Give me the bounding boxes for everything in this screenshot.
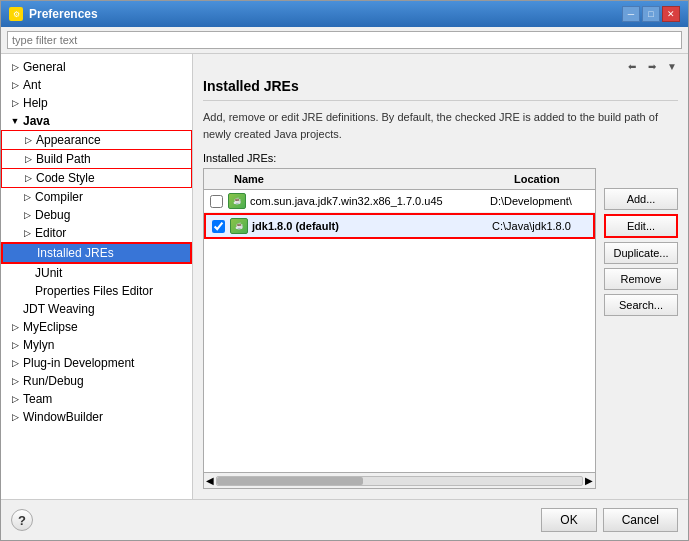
help-button[interactable]: ?	[11, 509, 33, 531]
add-button[interactable]: Add...	[604, 188, 678, 210]
duplicate-button[interactable]: Duplicate...	[604, 242, 678, 264]
back-icon[interactable]: ⬅	[624, 58, 640, 74]
jre-table-body: ☕ com.sun.java.jdk7.win32.x86_1.7.0.u45 …	[204, 190, 595, 472]
sidebar-label-editor: Editor	[35, 226, 66, 240]
bottom-bar: ? OK Cancel	[1, 499, 688, 540]
arrow-jdt-weaving	[9, 303, 21, 315]
menu-icon[interactable]: ▼	[664, 58, 680, 74]
sidebar-item-java[interactable]: ▼ Java	[1, 112, 192, 130]
forward-icon[interactable]: ➡	[644, 58, 660, 74]
col-header-name: Name	[228, 172, 508, 186]
sidebar-label-build-path: Build Path	[36, 152, 91, 166]
jre-location-1: D:\Development\	[490, 195, 595, 207]
sidebar-label-run-debug: Run/Debug	[23, 374, 84, 388]
scroll-right-icon[interactable]: ▶	[585, 475, 593, 486]
sidebar-item-editor[interactable]: ▷ Editor	[1, 224, 192, 242]
jre-location-2: C:\Java\jdk1.8.0	[492, 220, 593, 232]
jre-table-header: Name Location	[204, 169, 595, 190]
nav-area: ⬅ ➡ ▼	[193, 54, 688, 78]
arrow-appearance: ▷	[22, 134, 34, 146]
sidebar-item-windowbuilder[interactable]: ▷ WindowBuilder	[1, 408, 192, 426]
arrow-help: ▷	[9, 97, 21, 109]
arrow-editor: ▷	[21, 227, 33, 239]
arrow-run-debug: ▷	[9, 375, 21, 387]
scrollbar-thumb[interactable]	[217, 477, 363, 485]
jre-name-2: jdk1.8.0 (default)	[252, 220, 492, 232]
sidebar-item-help[interactable]: ▷ Help	[1, 94, 192, 112]
content-title: Installed JREs	[203, 78, 678, 101]
filter-area	[1, 27, 688, 54]
filter-input[interactable]	[7, 31, 682, 49]
main-area: ▷ General ▷ Ant ▷ Help ▼ Java ▷ Appearan…	[1, 54, 688, 499]
sidebar-item-prop-files[interactable]: Properties Files Editor	[1, 282, 192, 300]
arrow-java: ▼	[9, 115, 21, 127]
sidebar-item-run-debug[interactable]: ▷ Run/Debug	[1, 372, 192, 390]
arrow-general: ▷	[9, 61, 21, 73]
sidebar-label-java: Java	[23, 114, 50, 128]
jre-table-row-area: Name Location ☕ com.sun.java.jdk7.win32.…	[203, 168, 678, 489]
sidebar-item-installed-jres[interactable]: Installed JREs	[1, 242, 192, 264]
arrow-myeclipse: ▷	[9, 321, 21, 333]
sidebar-item-general[interactable]: ▷ General	[1, 58, 192, 76]
arrow-windowbuilder: ▷	[9, 411, 21, 423]
sidebar-label-plugin-dev: Plug-in Development	[23, 356, 134, 370]
sidebar-item-build-path[interactable]: ▷ Build Path	[1, 150, 192, 169]
jre-name-1: com.sun.java.jdk7.win32.x86_1.7.0.u45	[250, 195, 490, 207]
sidebar-label-general: General	[23, 60, 66, 74]
sidebar-label-jdt-weaving: JDT Weaving	[23, 302, 95, 316]
title-bar: ⚙ Preferences ─ □ ✕	[1, 1, 688, 27]
title-bar-left: ⚙ Preferences	[9, 7, 98, 21]
maximize-button[interactable]: □	[642, 6, 660, 22]
arrow-junit	[21, 267, 33, 279]
sidebar-label-myeclipse: MyEclipse	[23, 320, 78, 334]
cancel-button[interactable]: Cancel	[603, 508, 678, 532]
action-buttons: Add... Edit... Duplicate... Remove Searc…	[604, 168, 678, 489]
sidebar-label-compiler: Compiler	[35, 190, 83, 204]
sidebar-item-myeclipse[interactable]: ▷ MyEclipse	[1, 318, 192, 336]
sidebar-label-appearance: Appearance	[36, 133, 101, 147]
sidebar-label-mylyn: Mylyn	[23, 338, 54, 352]
arrow-mylyn: ▷	[9, 339, 21, 351]
sidebar-label-help: Help	[23, 96, 48, 110]
content-description: Add, remove or edit JRE definitions. By …	[203, 109, 678, 142]
sidebar-label-installed-jres: Installed JREs	[37, 246, 114, 260]
minimize-button[interactable]: ─	[622, 6, 640, 22]
arrow-team: ▷	[9, 393, 21, 405]
sidebar-item-appearance[interactable]: ▷ Appearance	[1, 130, 192, 150]
sidebar-item-plugin-dev[interactable]: ▷ Plug-in Development	[1, 354, 192, 372]
col-header-location: Location	[508, 172, 595, 186]
jre-table: Name Location ☕ com.sun.java.jdk7.win32.…	[203, 168, 596, 489]
jre-checkbox-input-1[interactable]	[210, 195, 223, 208]
sidebar-item-compiler[interactable]: ▷ Compiler	[1, 188, 192, 206]
remove-button[interactable]: Remove	[604, 268, 678, 290]
sidebar-item-ant[interactable]: ▷ Ant	[1, 76, 192, 94]
sidebar: ▷ General ▷ Ant ▷ Help ▼ Java ▷ Appearan…	[1, 54, 193, 499]
ok-button[interactable]: OK	[541, 508, 596, 532]
close-button[interactable]: ✕	[662, 6, 680, 22]
sidebar-item-mylyn[interactable]: ▷ Mylyn	[1, 336, 192, 354]
sidebar-label-code-style: Code Style	[36, 171, 95, 185]
sidebar-item-code-style[interactable]: ▷ Code Style	[1, 169, 192, 188]
jre-icon-1: ☕	[228, 193, 246, 209]
sidebar-item-debug[interactable]: ▷ Debug	[1, 206, 192, 224]
arrow-plugin-dev: ▷	[9, 357, 21, 369]
window-icon: ⚙	[9, 7, 23, 21]
search-button[interactable]: Search...	[604, 294, 678, 316]
sidebar-item-jdt-weaving[interactable]: JDT Weaving	[1, 300, 192, 318]
arrow-build-path: ▷	[22, 153, 34, 165]
arrow-ant: ▷	[9, 79, 21, 91]
arrow-code-style: ▷	[22, 172, 34, 184]
jre-checkbox-1[interactable]	[204, 195, 228, 208]
sidebar-item-junit[interactable]: JUnit	[1, 264, 192, 282]
sidebar-label-team: Team	[23, 392, 52, 406]
sidebar-label-debug: Debug	[35, 208, 70, 222]
scroll-left-icon[interactable]: ◀	[206, 475, 214, 486]
sidebar-item-team[interactable]: ▷ Team	[1, 390, 192, 408]
jre-checkbox-input-2[interactable]	[212, 220, 225, 233]
content-panel: ⬅ ➡ ▼ Installed JREs Add, remove or edit…	[193, 54, 688, 499]
scrollbar-track[interactable]	[216, 476, 583, 486]
jre-checkbox-2[interactable]	[206, 220, 230, 233]
sidebar-label-junit: JUnit	[35, 266, 62, 280]
scrollbar-area[interactable]: ◀ ▶	[204, 472, 595, 488]
edit-button[interactable]: Edit...	[604, 214, 678, 238]
